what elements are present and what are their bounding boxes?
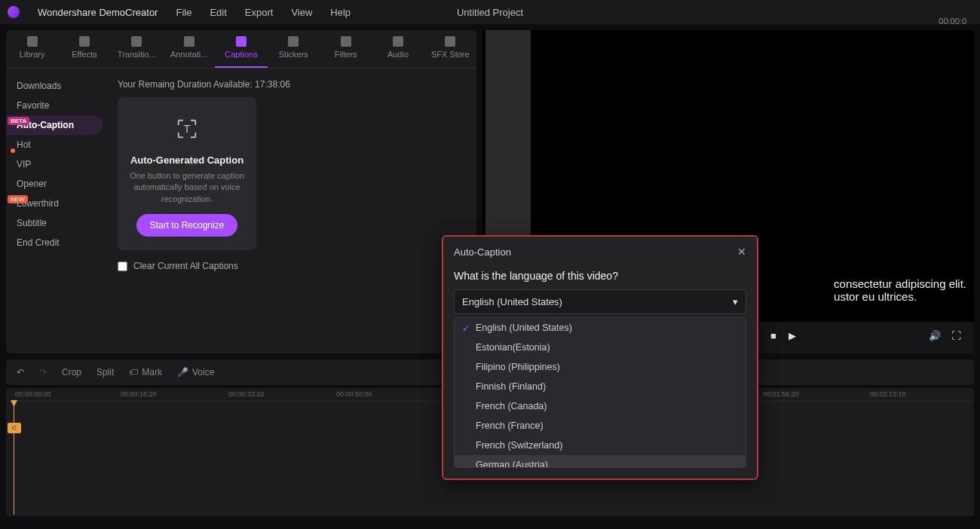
captions-icon	[236, 36, 247, 47]
split-tool[interactable]: Split	[96, 367, 114, 378]
remaining-duration: Your Remaing Duration Available: 17:38:0…	[118, 79, 461, 90]
sidebar-item-downloads[interactable]: Downloads	[6, 76, 103, 96]
left-panel: Library Effects Transitio... Annotati...…	[6, 30, 476, 353]
stickers-icon	[288, 36, 299, 47]
sidebar-item-subtitle[interactable]: Subtitle	[6, 213, 103, 233]
tab-audio[interactable]: Audio	[372, 30, 424, 68]
library-icon	[27, 36, 38, 47]
app-name: Wondershare DemoCreator	[38, 7, 158, 18]
play-button[interactable]: ▶	[789, 330, 804, 345]
language-dropdown[interactable]: English (United States)Estonian(Estonia)…	[454, 317, 746, 468]
svg-text:T: T	[183, 122, 190, 135]
tab-transitions[interactable]: Transitio...	[111, 30, 163, 68]
undo-button[interactable]: ↶	[17, 367, 24, 378]
language-select[interactable]: English (United States) ▾	[454, 289, 746, 314]
language-option[interactable]: Finnish (Finland)	[455, 377, 746, 396]
redo-button[interactable]: ↷	[39, 367, 47, 378]
sfx-icon	[445, 36, 455, 47]
menu-help[interactable]: Help	[330, 7, 351, 18]
modal-title: Auto-Caption	[454, 246, 511, 258]
card-title: Auto-Generated Caption	[127, 154, 247, 166]
menu-edit[interactable]: Edit	[210, 7, 226, 18]
tab-effects[interactable]: Effects	[58, 30, 110, 68]
stop-button[interactable]: ■	[770, 330, 786, 345]
captions-sidebar: Downloads Favorite BETA Auto-Caption Hot…	[6, 69, 103, 353]
modal-question: What is the language of this video?	[454, 270, 746, 282]
filters-icon	[341, 36, 351, 47]
language-option[interactable]: English (United States)	[455, 318, 746, 338]
new-badge: NEW	[8, 195, 28, 203]
language-option[interactable]: Estonian(Estonia)	[455, 338, 746, 357]
sidebar-item-opener[interactable]: Opener	[6, 174, 103, 194]
sidebar-item-lowerthird[interactable]: NEW Lowerthird	[6, 194, 103, 213]
asset-tabs: Library Effects Transitio... Annotati...…	[6, 30, 476, 69]
language-option[interactable]: French (France)	[455, 416, 746, 436]
voice-tool[interactable]: 🎤 Voice	[177, 367, 214, 378]
fullscreen-icon[interactable]: ⛶	[951, 330, 966, 345]
menu-file[interactable]: File	[176, 7, 191, 18]
volume-icon[interactable]: 🔊	[929, 330, 944, 345]
sidebar-item-endcredit[interactable]: End Credit	[6, 233, 103, 252]
project-title: Untitled Project	[457, 7, 523, 18]
effects-icon	[79, 36, 90, 47]
sidebar-item-autocaption[interactable]: BETA Auto-Caption	[6, 115, 103, 135]
audio-icon	[393, 36, 403, 47]
crop-tool[interactable]: Crop	[62, 367, 81, 378]
start-recognize-button[interactable]: Start to Recognize	[136, 214, 238, 237]
preview-timecode: 00:00:0	[939, 17, 966, 26]
menu-view[interactable]: View	[291, 7, 312, 18]
tab-sfx[interactable]: SFX Store	[424, 30, 476, 68]
title-bar: Wondershare DemoCreator File Edit Export…	[0, 0, 980, 24]
card-desc: One button to generate caption automatic…	[127, 170, 247, 205]
clear-captions-checkbox[interactable]	[118, 261, 127, 271]
playhead[interactable]	[14, 402, 14, 515]
mark-tool[interactable]: 🏷 Mark	[129, 367, 162, 378]
clear-captions-label: Clear Current All Captions	[133, 261, 238, 271]
menu-export[interactable]: Export	[245, 7, 274, 18]
content-area: Your Remaing Duration Available: 17:38:0…	[103, 69, 476, 353]
sidebar-item-favorite[interactable]: Favorite	[6, 96, 103, 115]
hot-dot-icon	[11, 148, 15, 153]
tab-filters[interactable]: Filters	[320, 30, 372, 68]
language-option[interactable]: German (Austria)	[455, 455, 746, 468]
beta-badge: BETA	[8, 117, 29, 125]
autocaption-modal: Auto-Caption ✕ What is the language of t…	[442, 235, 758, 480]
close-icon[interactable]: ✕	[737, 246, 746, 258]
timeline-clip[interactable]: C	[8, 423, 21, 433]
chevron-down-icon: ▾	[733, 296, 738, 307]
text-frame-icon: T	[169, 111, 205, 147]
caption-overlay-text: consectetur adipiscing elit. ustor eu ul…	[834, 277, 966, 303]
annotations-icon	[184, 36, 194, 47]
transitions-icon	[131, 36, 142, 47]
tab-library[interactable]: Library	[6, 30, 58, 68]
language-select-value: English (United States)	[462, 296, 562, 307]
language-option[interactable]: Filipino (Philippines)	[455, 357, 746, 377]
tab-stickers[interactable]: Stickers	[268, 30, 320, 68]
app-logo-icon	[8, 6, 20, 18]
language-option[interactable]: French (Canada)	[455, 396, 746, 416]
language-option[interactable]: French (Switzerland)	[455, 436, 746, 455]
clear-captions-row[interactable]: Clear Current All Captions	[118, 261, 461, 271]
tab-annotations[interactable]: Annotati...	[163, 30, 215, 68]
sidebar-item-hot[interactable]: Hot	[6, 135, 103, 154]
autocaption-card: T Auto-Generated Caption One button to g…	[118, 97, 256, 250]
sidebar-item-vip[interactable]: VIP	[6, 154, 103, 174]
main-menu: File Edit Export View Help	[176, 7, 351, 18]
tab-captions[interactable]: Captions	[215, 30, 267, 68]
